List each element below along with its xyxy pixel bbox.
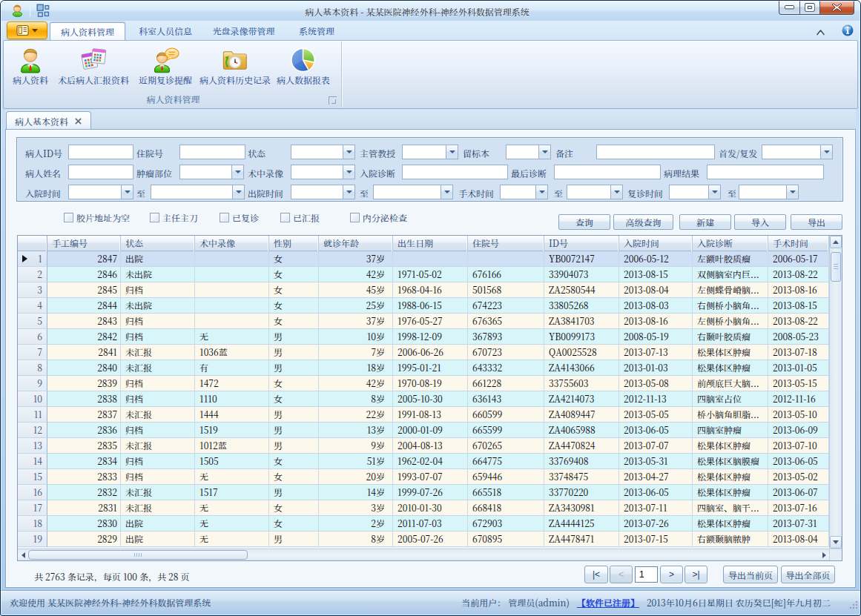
grid-cell[interactable]: 男 (269, 329, 319, 345)
grid-cell[interactable]: 2岁 (319, 516, 393, 531)
grid-cell[interactable]: 2013-07-26 (619, 516, 693, 531)
grid-cell[interactable]: ZA4089447 (544, 407, 619, 423)
grid-cell[interactable]: 四脑室占位 (693, 391, 768, 407)
grid-cell[interactable]: 2013-08-04 (619, 282, 693, 298)
grid-cell[interactable]: 1505 (195, 454, 269, 469)
dropdown-button[interactable] (343, 165, 354, 179)
grid-cell[interactable] (468, 251, 544, 267)
table-row[interactable]: 132835未汇报1012蓝男9岁2004-08-13670265ZA44708… (18, 438, 829, 454)
grid-cell[interactable]: 2013-07-18 (768, 345, 829, 360)
grid-cell[interactable]: 665599 (468, 423, 544, 438)
grid-cell[interactable]: 2836 (47, 423, 121, 438)
combo-sfff[interactable] (762, 145, 833, 159)
checkbox-box-icon[interactable] (350, 213, 360, 222)
grid-cell[interactable]: 未汇报 (121, 407, 195, 423)
grid-cell[interactable]: 2847 (47, 251, 121, 267)
dropdown-button[interactable] (343, 145, 354, 159)
grid-cell[interactable]: 归档 (121, 282, 195, 298)
grid-cell[interactable]: 双侧脑室内巨... (693, 267, 768, 282)
grid-cell[interactable]: 松果体区肿瘤 (693, 360, 768, 376)
checkbox-box-icon[interactable] (220, 213, 229, 222)
table-row[interactable]: 12847出院女37岁YB00721472006-05-12左额叶胶质瘤2006… (18, 251, 829, 267)
input-zyh[interactable] (179, 145, 245, 159)
grid-cell[interactable]: 33748475 (544, 469, 619, 485)
grid-cell[interactable]: 2012-11-16 (768, 391, 829, 407)
row-header-cell[interactable]: 15 (18, 469, 47, 485)
input-pid[interactable] (68, 145, 133, 159)
row-header-cell[interactable]: 19 (18, 531, 47, 547)
row-header-cell[interactable]: 1 (18, 251, 47, 267)
dropdown-button[interactable] (820, 145, 832, 159)
ribbon-tab-3[interactable]: 光盘录像带管理 (202, 22, 286, 40)
grid-cell[interactable]: 归档 (121, 469, 195, 485)
grid-cell[interactable]: 664775 (468, 454, 544, 469)
grid-cell[interactable]: 1971-05-02 (393, 267, 468, 282)
grid-cell[interactable]: 2013-05-10 (768, 407, 829, 423)
grid-cell[interactable]: 女 (269, 454, 319, 469)
grid-cell[interactable]: 1444 (195, 407, 269, 423)
checkbox-2[interactable]: 主任主刀 (150, 211, 198, 224)
combo-cysj[interactable] (291, 185, 355, 199)
checkbox-3[interactable]: 已复诊 (220, 211, 259, 224)
grid-cell[interactable]: 1988-06-15 (393, 298, 468, 314)
grid-cell[interactable]: 1991-08-13 (393, 407, 468, 423)
grid-cell[interactable]: 3岁 (319, 500, 393, 516)
grid-cell[interactable]: 670265 (468, 438, 544, 454)
table-row[interactable]: 92839归档1472女42岁1970-08-19661228337556032… (18, 376, 829, 391)
grid-cell[interactable]: ZA4214073 (544, 391, 619, 407)
ribbon-button-patient[interactable]: 病人资料 (7, 43, 54, 93)
grid-cell[interactable]: 643332 (468, 360, 544, 376)
grid-cell[interactable]: 674223 (468, 298, 544, 314)
grid-cell[interactable]: 665518 (468, 485, 544, 500)
row-header-cell[interactable]: 8 (18, 360, 47, 376)
grid-cell[interactable]: ZA4470824 (544, 438, 619, 454)
grid-cell[interactable]: 42岁 (319, 267, 393, 282)
grid-cell[interactable]: 2013-08-22 (768, 314, 829, 329)
grid-cell[interactable]: 2013-08-16 (619, 314, 693, 329)
grid-cell[interactable]: 右颞叶胶质瘤 (693, 329, 768, 345)
grid-cell[interactable]: 2013-08-03 (619, 298, 693, 314)
grid-cell[interactable]: 2013-05-02 (768, 469, 829, 485)
input-bljg[interactable] (707, 165, 824, 179)
grid-cell[interactable]: 1976-05-27 (393, 314, 468, 329)
grid-cell[interactable]: 2006-05-12 (619, 251, 693, 267)
grid-column-header[interactable]: 住院号 (468, 236, 544, 251)
grid-column-header[interactable]: 术中录像 (195, 236, 269, 251)
grid-cell[interactable]: 女 (269, 282, 319, 298)
grid-cell[interactable]: 2004-08-13 (393, 438, 468, 454)
application-menu-button[interactable] (7, 21, 47, 39)
grid-cell[interactable]: 男 (269, 485, 319, 500)
grid-cell[interactable]: 2008-05-19 (619, 329, 693, 345)
grid-cell[interactable]: 1962-02-04 (393, 454, 468, 469)
grid-cell[interactable]: 2831 (47, 500, 121, 516)
grid-cell[interactable]: 2013-01-05 (768, 360, 829, 376)
grid-cell[interactable]: 2839 (47, 376, 121, 391)
grid-cell[interactable]: 33904073 (544, 267, 619, 282)
dropdown-button[interactable] (446, 145, 458, 159)
action-button-2[interactable]: 高级查询 (613, 214, 673, 230)
grid-cell[interactable]: 男 (269, 423, 319, 438)
grid-cell[interactable]: 女 (269, 516, 319, 531)
grid-cell[interactable]: 1472 (195, 376, 269, 391)
table-row[interactable]: 72841未汇报1036蓝男7岁2006-06-26670723QA002552… (18, 345, 829, 360)
row-header-cell[interactable]: 10 (18, 391, 47, 407)
row-header-cell[interactable]: 7 (18, 345, 47, 360)
checkbox-5[interactable]: 内分泌检查 (350, 211, 407, 224)
grid-cell[interactable]: 33805268 (544, 298, 619, 314)
row-header-cell[interactable]: 12 (18, 423, 47, 438)
grid-cell[interactable]: 未出院 (121, 298, 195, 314)
grid-cell[interactable]: 33769408 (544, 454, 619, 469)
grid-cell[interactable]: 左侧桥小脑角... (693, 314, 768, 329)
grid-cell[interactable]: 676365 (468, 314, 544, 329)
grid-cell[interactable]: 松果体区肿瘤 (693, 345, 768, 360)
grid-cell[interactable]: 2013-06-05 (768, 454, 829, 469)
last-page-button[interactable]: >| (684, 566, 707, 583)
grid-cell[interactable]: 501568 (468, 282, 544, 298)
grid-cell[interactable]: 1970-08-19 (393, 376, 468, 391)
ribbon-button-report[interactable]: 术后病人汇报资料 (54, 43, 133, 93)
scroll-up-icon[interactable] (830, 236, 842, 248)
ribbon-tab-2[interactable]: 科室人员信息 (133, 22, 198, 40)
dropdown-button[interactable] (708, 185, 720, 199)
table-row[interactable]: 172831未汇报无女3岁2010-01-30668418ZA343098120… (18, 500, 829, 516)
grid-cell[interactable]: 676166 (468, 267, 544, 282)
